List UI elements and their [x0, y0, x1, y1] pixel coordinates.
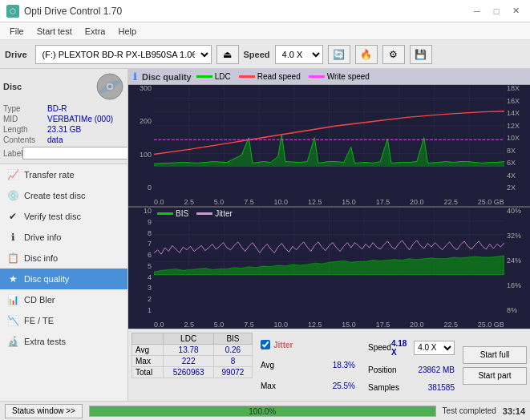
speed-select-stats[interactable]: 4.0 X: [414, 341, 455, 355]
status-window-button[interactable]: Status window >>: [5, 404, 83, 418]
disc-mid-value: VERBATIMe (000): [47, 115, 113, 123]
minimize-button[interactable]: ─: [469, 3, 485, 19]
legend-ldc: LDC: [196, 72, 231, 81]
col-header-empty: [132, 333, 164, 345]
stats-area: LDC BIS Avg 13.78 0.26 Max: [128, 329, 530, 401]
nav-label-verify-test-disc: Verify test disc: [24, 212, 81, 221]
sidebar-nav: 📈 Transfer rate 💿 Create test disc ✔ Ver…: [0, 164, 127, 401]
legend-ldc-label: LDC: [215, 72, 231, 81]
action-panel: Start full Start part: [463, 333, 527, 398]
speed-value-display: 4.18 X: [391, 339, 414, 357]
position-value: 23862 MB: [418, 365, 455, 374]
disc-type-row: Type BD-R: [3, 104, 124, 113]
nav-item-extra-tests[interactable]: 🔬 Extra tests: [0, 331, 127, 352]
avg-ldc: 13.78: [164, 345, 214, 356]
nav-item-fe-te[interactable]: 📉 FE / TE: [0, 310, 127, 331]
avg-label: Avg: [132, 345, 164, 356]
bottom-y-axis-left: 10 9 8 7 6 5 4 3 2 1: [128, 208, 154, 314]
jitter-avg-row: Avg 18.3%: [261, 361, 355, 370]
disc-image-icon: [95, 72, 124, 101]
transfer-rate-icon: 📈: [6, 168, 19, 181]
title-bar-left: ⬡ Opti Drive Control 1.70: [6, 5, 122, 18]
disc-label-row: Label ✎: [3, 146, 124, 160]
disc-header: Disc: [3, 72, 124, 101]
disc-info-icon: 📋: [6, 252, 19, 265]
jitter-max-value: 25.5%: [333, 382, 355, 390]
extra-tests-icon: 🔬: [6, 335, 19, 348]
menu-help[interactable]: Help: [111, 25, 143, 38]
stats-table: LDC BIS Avg 13.78 0.26 Max: [131, 333, 253, 378]
disc-contents-label: Contents: [3, 135, 47, 144]
stats-avg-row: Avg 13.78 0.26: [132, 345, 253, 356]
chart-title: Disc quality: [142, 72, 192, 82]
nav-label-disc-info: Disc info: [24, 253, 58, 263]
nav-label-fe-te: FE / TE: [24, 316, 54, 325]
start-full-button[interactable]: Start full: [463, 346, 527, 364]
speed-section: Speed 4.18 X 4.0 X Position 23862 MB Sam…: [363, 333, 459, 398]
menu-start-test[interactable]: Start test: [30, 25, 79, 38]
nav-item-cd-bler[interactable]: 📊 CD Bler: [0, 289, 127, 310]
jitter-label: Jitter: [273, 341, 293, 349]
jitter-avg-value: 18.3%: [333, 361, 355, 370]
disc-type-value: BD-R: [47, 104, 67, 113]
samples-label: Samples: [368, 383, 399, 392]
menu-extra[interactable]: Extra: [79, 25, 112, 38]
jitter-checkbox[interactable]: [261, 340, 270, 349]
nav-item-drive-info[interactable]: ℹ Drive info: [0, 227, 127, 248]
position-row: Position 23862 MB: [368, 365, 455, 374]
nav-item-transfer-rate[interactable]: 📈 Transfer rate: [0, 164, 127, 185]
nav-item-create-test-disc[interactable]: 💿 Create test disc: [0, 185, 127, 206]
jitter-check-row: Jitter: [261, 340, 355, 349]
disc-panel: Disc Type BD-R MID VERBATIMe (000) Lengt…: [0, 69, 127, 164]
nav-item-disc-info[interactable]: 📋 Disc info: [0, 248, 127, 269]
menu-bar: File Start test Extra Help: [0, 22, 530, 40]
max-bis: 8: [213, 356, 252, 367]
status-text: Test completed: [443, 406, 496, 415]
legend-read-speed: Read speed: [239, 72, 301, 81]
samples-value: 381585: [428, 383, 455, 392]
disc-label-input[interactable]: [22, 147, 128, 160]
bottom-legend: BIS Jitter: [157, 209, 233, 218]
save-button[interactable]: 💾: [410, 45, 432, 64]
refresh-button[interactable]: 🔄: [328, 45, 350, 64]
speed-select[interactable]: 4.0 X: [275, 45, 323, 64]
maximize-button[interactable]: □: [488, 3, 504, 19]
max-label: Max: [132, 356, 164, 367]
progress-bar: 100.0%: [89, 406, 436, 417]
total-label: Total: [132, 367, 164, 378]
bis-color: [157, 212, 173, 215]
eject-button[interactable]: ⏏: [216, 45, 239, 64]
nav-label-cd-bler: CD Bler: [24, 295, 55, 305]
chart-header: ℹ Disc quality LDC Read speed Write spee…: [128, 69, 530, 85]
col-header-bis: BIS: [213, 333, 252, 345]
disc-mid-row: MID VERBATIMe (000): [3, 115, 124, 123]
stats-max-row: Max 222 8: [132, 356, 253, 367]
legend-read-speed-label: Read speed: [257, 72, 301, 81]
settings-button[interactable]: ⚙: [382, 45, 405, 64]
drive-select[interactable]: (F:) PLEXTOR BD-R PX-LB950SA 1.06: [35, 45, 212, 64]
menu-file[interactable]: File: [3, 25, 30, 38]
top-y-axis-right: 18X 16X 14X 12X 10X 8X 6X 4X 2X: [504, 85, 530, 192]
disc-length-value: 23.31 GB: [47, 125, 81, 134]
chart-header-icon: ℹ: [133, 71, 137, 83]
disc-quality-icon: ★: [6, 273, 19, 285]
close-button[interactable]: ✕: [508, 3, 524, 19]
progress-text: 100.0%: [90, 406, 435, 418]
burn-button[interactable]: 🔥: [355, 45, 378, 64]
bottom-chart-svg: [154, 208, 504, 288]
nav-item-disc-quality[interactable]: ★ Disc quality: [0, 269, 127, 289]
disc-length-label: Length: [3, 125, 47, 134]
start-part-button[interactable]: Start part: [463, 367, 527, 385]
disc-length-row: Length 23.31 GB: [3, 125, 124, 134]
legend-bis: BIS: [157, 209, 188, 218]
top-x-axis: 0.0 2.5 5.0 7.5 10.0 12.5 15.0 17.5 20.0…: [154, 192, 504, 206]
nav-item-verify-test-disc[interactable]: ✔ Verify test disc: [0, 206, 127, 227]
legend-jitter-label: Jitter: [215, 209, 233, 218]
title-bar: ⬡ Opti Drive Control 1.70 ─ □ ✕: [0, 0, 530, 22]
nav-label-transfer-rate: Transfer rate: [24, 170, 75, 180]
legend-jitter: Jitter: [196, 209, 233, 218]
window-controls: ─ □ ✕: [469, 3, 524, 19]
max-ldc: 222: [164, 356, 214, 367]
jitter-max-label: Max: [261, 382, 276, 390]
main-content: Disc Type BD-R MID VERBATIMe (000) Lengt…: [0, 69, 530, 401]
